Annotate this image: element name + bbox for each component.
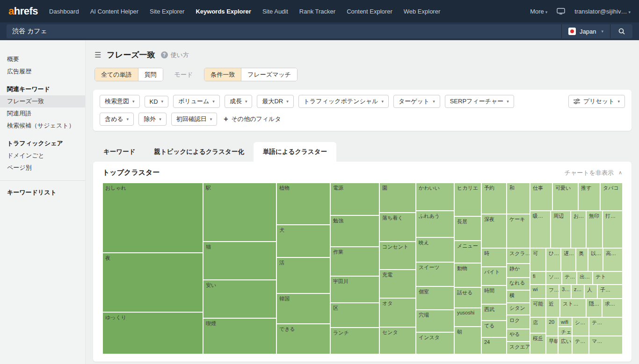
mode-option[interactable]: フレーズマッチ bbox=[241, 68, 297, 81]
sidebar-item[interactable]: キーワードリスト bbox=[0, 186, 85, 199]
treemap-cell[interactable]: タバコ bbox=[600, 183, 623, 211]
treemap-cell[interactable]: 勉強 bbox=[330, 215, 379, 247]
filter-dropdown[interactable]: 最大DR▾ bbox=[257, 95, 293, 108]
treemap-cell[interactable]: 穴場 bbox=[416, 310, 454, 332]
treemap-cell[interactable]: 韓国 bbox=[276, 293, 330, 324]
sidebar-item[interactable]: ドメインごと bbox=[0, 150, 85, 162]
nav-item-site-audit[interactable]: Site Audit bbox=[262, 8, 288, 15]
nav-more[interactable]: More▾ bbox=[530, 8, 547, 15]
treemap-cell[interactable]: 朝 bbox=[454, 327, 481, 354]
treemap-cell[interactable]: かわいい bbox=[416, 183, 454, 211]
tab-clusters-by-terms[interactable]: 単語によるクラスター bbox=[254, 142, 336, 162]
treemap-cell[interactable]: テ… bbox=[562, 271, 577, 285]
help-link[interactable]: ? 使い方 bbox=[161, 51, 189, 59]
sidebar-item[interactable]: フレーズ一致 bbox=[0, 95, 85, 107]
tab-clusters-by-parent-topic[interactable]: 親トピックによるクラスター化 bbox=[145, 142, 253, 162]
treemap-cell[interactable]: ふれあう bbox=[416, 211, 454, 237]
treemap-cell[interactable]: 活 bbox=[276, 257, 330, 293]
treemap-cell[interactable]: 時間 bbox=[481, 285, 507, 304]
treemap-cell[interactable]: 近 bbox=[546, 299, 560, 317]
search-button[interactable] bbox=[610, 24, 632, 38]
treemap-cell[interactable]: 話せる bbox=[454, 287, 481, 308]
treemap-cell[interactable]: なれる bbox=[507, 278, 530, 290]
treemap-cell[interactable]: 動物 bbox=[454, 263, 481, 287]
treemap-cell[interactable]: お… bbox=[571, 211, 586, 248]
treemap-cell[interactable]: インスタ bbox=[416, 332, 454, 354]
treemap-cell[interactable]: 可愛い bbox=[552, 183, 578, 211]
treemap-cell[interactable]: fi bbox=[530, 271, 546, 285]
treemap-cell[interactable]: ランチ bbox=[330, 328, 379, 354]
sidebar-item[interactable]: 関連用語 bbox=[0, 107, 85, 120]
filter-dropdown[interactable]: ボリューム▾ bbox=[173, 95, 220, 108]
nav-item-site-explorer[interactable]: Site Explorer bbox=[150, 8, 184, 15]
treemap-cell[interactable]: 夜 bbox=[102, 253, 203, 312]
treemap-cell[interactable]: 西武 bbox=[481, 304, 507, 321]
treemap-cell[interactable]: 可能 bbox=[530, 299, 546, 317]
treemap-cell[interactable]: 静か bbox=[507, 264, 530, 278]
treemap-cell[interactable]: 園 bbox=[379, 183, 416, 213]
treemap-cell[interactable]: やる bbox=[507, 329, 530, 342]
treemap-cell[interactable]: センタ bbox=[379, 327, 416, 354]
treemap-cell[interactable]: 予約 bbox=[481, 183, 507, 214]
treemap-cell[interactable]: ヒカリエ bbox=[454, 183, 481, 216]
treemap-cell[interactable]: yusoshi bbox=[454, 308, 481, 327]
treemap-cell[interactable]: ひ… bbox=[546, 248, 561, 271]
treemap-cell[interactable]: 区 bbox=[330, 303, 379, 328]
treemap-cell[interactable]: 隠… bbox=[586, 299, 602, 317]
sidebar-item[interactable]: 検索候補（サジェスト） bbox=[0, 120, 85, 132]
sidebar-item[interactable]: ページ別 bbox=[0, 162, 85, 174]
nav-item-ai-content-helper[interactable]: AI Content Helper bbox=[90, 8, 138, 15]
treemap-cell[interactable]: 遅… bbox=[561, 248, 576, 271]
filter-dropdown[interactable]: トラフィックポテンシャル▾ bbox=[298, 95, 389, 108]
treemap-cell[interactable]: 植物 bbox=[276, 183, 330, 225]
filter-dropdown[interactable]: 初回確認日▾ bbox=[171, 113, 218, 126]
filter-dropdown[interactable]: SERPフィーチャー▾ bbox=[445, 95, 514, 108]
treemap-cell[interactable]: 映え bbox=[416, 237, 454, 262]
presets-button[interactable]: プリセット ▾ bbox=[568, 95, 625, 108]
treemap-cell[interactable]: wifi bbox=[558, 317, 572, 327]
treemap-cell[interactable]: 24 bbox=[481, 337, 507, 354]
treemap-cell[interactable]: スクラ… bbox=[507, 248, 530, 264]
treemap-cell[interactable]: マ… bbox=[589, 336, 623, 354]
treemap-cell[interactable]: 和 bbox=[507, 183, 530, 214]
nav-item-rank-tracker[interactable]: Rank Tracker bbox=[299, 8, 335, 15]
treemap-cell[interactable]: 駅 bbox=[203, 183, 276, 242]
filter-dropdown[interactable]: 除外▾ bbox=[138, 113, 167, 126]
nav-item-web-explorer[interactable]: Web Explorer bbox=[404, 8, 441, 15]
treemap-cell[interactable]: できる bbox=[276, 324, 330, 354]
keyword-search-input[interactable] bbox=[7, 24, 561, 38]
treemap-cell[interactable]: 打… bbox=[603, 211, 623, 248]
treemap-cell[interactable]: 桜丘 bbox=[530, 333, 546, 354]
treemap-cell[interactable]: 落ち着く bbox=[379, 213, 416, 242]
treemap-cell[interactable]: 長居 bbox=[454, 216, 481, 241]
treemap-cell[interactable]: 可 bbox=[530, 248, 546, 271]
sidebar-item[interactable]: 概要 bbox=[0, 53, 85, 65]
treemap-cell[interactable]: シ… bbox=[572, 317, 589, 336]
treemap-cell[interactable]: シタン bbox=[507, 303, 530, 315]
monitor-icon[interactable] bbox=[557, 8, 565, 14]
tab-keywords[interactable]: キーワード bbox=[94, 142, 145, 162]
treemap-cell[interactable]: コンセント bbox=[379, 242, 416, 270]
treemap-cell[interactable]: オタ bbox=[379, 298, 416, 327]
treemap-cell[interactable]: 出… bbox=[577, 271, 593, 285]
account-menu[interactable]: translator@sijihiv…▾ bbox=[574, 8, 631, 15]
treemap-cell[interactable]: 周辺 bbox=[551, 211, 571, 248]
mode-option[interactable]: 条件一致 bbox=[204, 68, 241, 81]
treemap-cell[interactable]: ゆっくり bbox=[102, 312, 203, 354]
treemap-cell[interactable]: 犬 bbox=[276, 225, 330, 257]
treemap-cell[interactable]: ケーキ bbox=[507, 214, 530, 248]
treemap-cell[interactable]: ロク bbox=[507, 315, 530, 329]
treemap-cell[interactable]: 広い bbox=[558, 336, 572, 354]
country-selector[interactable]: Japan ▾ bbox=[561, 24, 610, 38]
sidebar-item[interactable]: 関連キーワード bbox=[0, 83, 85, 95]
treemap-cell[interactable]: テト bbox=[593, 271, 623, 285]
treemap-cell[interactable]: 推す bbox=[578, 183, 600, 211]
treemap-cell[interactable]: 宇田川 bbox=[330, 276, 379, 303]
treemap-cell[interactable]: スト… bbox=[560, 299, 586, 317]
treemap-cell[interactable]: ソ… bbox=[546, 271, 562, 285]
treemap-cell[interactable]: 仕事 bbox=[530, 183, 552, 211]
hide-chart-toggle[interactable]: チャートを非表示 ∧ bbox=[565, 169, 622, 177]
treemap-cell[interactable]: 店 bbox=[530, 317, 546, 333]
filter-dropdown[interactable]: 成長▾ bbox=[225, 95, 253, 108]
treemap-cell[interactable]: 電源 bbox=[330, 183, 379, 215]
